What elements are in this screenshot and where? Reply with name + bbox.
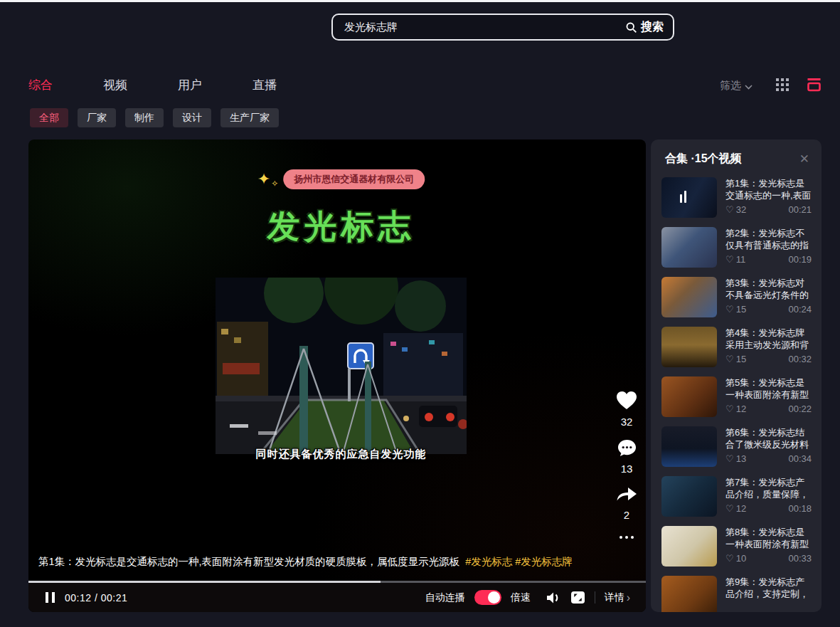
playlist-item[interactable]: 第2集：发光标志不仅具有普通标志的指示功... ♡11 00:19: [661, 227, 812, 268]
playlist-item-title: 第1集：发光标志是交通标志的一种,表面附涂...: [725, 177, 812, 201]
collection-panel: 合集 ·15个视频 ✕ 第1集：发光标志是交通标志的一种,表面附涂... ♡32…: [651, 139, 822, 612]
playlist-item-meta: ♡13 00:34: [725, 453, 812, 464]
filter-dropdown[interactable]: 筛选: [720, 79, 753, 93]
playlist-item[interactable]: 第4集：发光标志牌采用主动发光源和背景反光... ♡15 00:32: [661, 327, 812, 367]
video-subtitle: 同时还具备优秀的应急自发光功能: [216, 448, 467, 461]
sparkle-icon: ✧: [271, 179, 278, 188]
tab-label: 视频: [103, 78, 127, 92]
search-bar[interactable]: 发光标志牌 搜索: [331, 14, 674, 41]
divider: [595, 591, 595, 604]
grid-view-icon[interactable]: [776, 78, 790, 95]
volume-icon[interactable]: [546, 591, 561, 605]
video-thumbnail[interactable]: [661, 227, 717, 268]
tab-label: 用户: [178, 78, 202, 92]
video-thumbnail[interactable]: [661, 376, 717, 417]
video-thumbnail[interactable]: [661, 576, 717, 612]
more-button[interactable]: [620, 536, 634, 539]
heart-outline-icon: ♡: [725, 354, 734, 364]
close-icon[interactable]: ✕: [799, 153, 809, 165]
playlist-item[interactable]: 第8集：发光标志是一种表面附涂有新型发光材... ♡10 00:33: [661, 526, 812, 567]
tab[interactable]: 用户: [178, 77, 202, 93]
video-thumbnail[interactable]: [661, 327, 717, 367]
playlist-item-meta: ♡12 00:18: [725, 503, 812, 514]
playlist-item-body: 第5集：发光标志是一种表面附涂有新型发光材... ♡12 00:22: [725, 376, 812, 417]
playing-indicator-icon: [680, 191, 686, 203]
filter-chip[interactable]: 生产厂家: [220, 108, 279, 127]
video-thumbnail[interactable]: [661, 526, 717, 567]
details-button[interactable]: 详情 ›: [605, 591, 630, 604]
playlist-item-body: 第3集：发光标志对不具备远光灯条件的非机动... ♡15 00:24: [725, 277, 812, 317]
like-count: ♡12: [725, 503, 746, 514]
playlist-item-title: 第3集：发光标志对不具备远光灯条件的非机动...: [725, 277, 812, 301]
playlist-item-title: 第8集：发光标志是一种表面附涂有新型发光材...: [725, 526, 812, 550]
street-scene-illustration: [216, 278, 467, 454]
search-button[interactable]: 搜索: [625, 20, 673, 35]
tab[interactable]: 直播: [252, 77, 277, 93]
video-duration: 00:24: [788, 304, 812, 315]
video-duration: 00:34: [788, 453, 812, 464]
like-count: ♡32: [725, 204, 746, 215]
fullscreen-icon[interactable]: [570, 591, 585, 604]
tab[interactable]: 综合: [28, 77, 53, 93]
like-count: ♡15: [725, 354, 746, 364]
pause-button[interactable]: [46, 592, 55, 603]
playlist-item-meta: ♡12 00:22: [725, 404, 812, 414]
video-thumbnail[interactable]: [661, 277, 717, 317]
filter-chip[interactable]: 全部: [30, 108, 68, 127]
playlist-item[interactable]: 第6集：发光标志结合了微米级反光材料太阳能... ♡13 00:34: [661, 426, 812, 467]
playlist-item-body: 第7集：发光标志产品介绍，质量保障，欢迎咨... ♡12 00:18: [725, 476, 812, 517]
like-count: ♡10: [725, 553, 746, 564]
playlist-item-body: 第1集：发光标志是交通标志的一种,表面附涂... ♡32 00:21: [725, 177, 812, 218]
heart-outline-icon: ♡: [725, 404, 734, 414]
like-count: ♡15: [725, 304, 746, 315]
video-player[interactable]: ✦ ✧ 扬州市恩信交通器材有限公司 发光标志: [28, 139, 646, 612]
video-thumbnail[interactable]: [661, 426, 717, 467]
heart-outline-icon: ♡: [725, 304, 734, 315]
comment-button[interactable]: [617, 438, 637, 458]
tab-label: 综合: [28, 78, 53, 92]
filter-chips: 全部 厂家 制作 设计 生产厂家: [30, 108, 279, 127]
search-input[interactable]: 发光标志牌: [333, 21, 625, 34]
playlist-item[interactable]: 第9集：发光标志产品介绍，支持定制，欢迎来 ♡: [661, 576, 812, 612]
playlist-item-meta: ♡15 00:32: [725, 354, 812, 364]
heart-outline-icon: ♡: [725, 453, 734, 464]
share-button[interactable]: [616, 485, 637, 504]
like-count: ♡12: [725, 404, 746, 414]
speed-button[interactable]: 倍速: [511, 591, 531, 604]
playlist-item[interactable]: 第5集：发光标志是一种表面附涂有新型发光材... ♡12 00:22: [661, 376, 812, 417]
playlist-item[interactable]: 第3集：发光标志对不具备远光灯条件的非机动... ♡15 00:24: [661, 277, 812, 317]
video-thumbnail[interactable]: [661, 177, 717, 218]
chip-label: 全部: [39, 112, 59, 123]
search-button-label: 搜索: [641, 20, 664, 35]
single-column-view-icon[interactable]: [807, 78, 822, 95]
playlist-item-meta: ♡10 00:33: [725, 553, 812, 564]
search-icon: [625, 21, 637, 33]
video-duration: 00:18: [788, 503, 812, 514]
caption-hashtags[interactable]: #发光标志 #发光标志牌: [465, 556, 573, 567]
filter-chip[interactable]: 设计: [173, 108, 211, 127]
chevron-right-icon: ›: [627, 592, 630, 604]
playlist-item[interactable]: 第7集：发光标志产品介绍，质量保障，欢迎咨... ♡12 00:18: [661, 476, 812, 517]
video-duration: 00:33: [788, 553, 812, 564]
video-thumbnail[interactable]: [661, 476, 717, 517]
company-banner: ✦ ✧ 扬州市恩信交通器材有限公司: [257, 169, 425, 189]
video-duration: 00:32: [788, 354, 812, 364]
chip-label: 设计: [182, 112, 202, 123]
details-label: 详情: [605, 591, 624, 604]
autoplay-toggle[interactable]: [474, 590, 501, 605]
like-count: ♡13: [725, 453, 746, 464]
player-controls: 00:12 / 00:21 自动连播 倍速 详情 ›: [28, 583, 646, 612]
like-count: 32: [621, 416, 633, 428]
caption-text: 第1集：发光标志是交通标志的一种,表面附涂有新型发光材质的硬质膜板，属低度显示光…: [38, 556, 459, 567]
like-button[interactable]: [615, 390, 638, 411]
collection-header: 合集 ·15个视频 ✕: [651, 139, 822, 176]
filter-chip[interactable]: 厂家: [78, 108, 116, 127]
top-edge-strip: [0, 0, 840, 2]
playlist-item-meta: ♡32 00:21: [725, 204, 812, 215]
filter-chip[interactable]: 制作: [125, 108, 164, 127]
tab[interactable]: 视频: [103, 77, 127, 93]
autoplay-label: 自动连播: [425, 591, 465, 604]
playlist-item[interactable]: 第1集：发光标志是交通标志的一种,表面附涂... ♡32 00:21: [661, 177, 812, 218]
playlist-item-title: 第2集：发光标志不仅具有普通标志的指示功...: [725, 227, 812, 251]
playlist-item-title: 第9集：发光标志产品介绍，支持定制，欢迎来: [725, 576, 812, 600]
